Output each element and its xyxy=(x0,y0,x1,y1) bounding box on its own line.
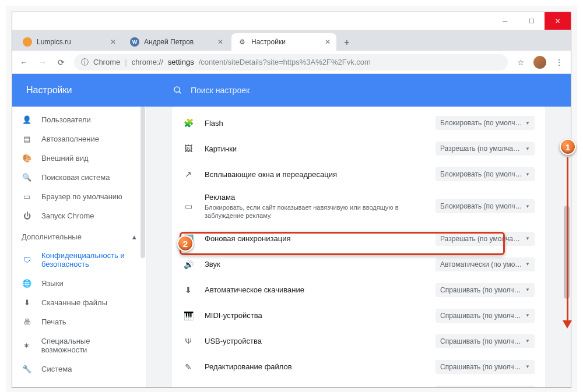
permission-select[interactable]: Блокировать (по умолчанию) ▼ xyxy=(436,116,535,130)
permission-value: Блокировать (по умолчанию) xyxy=(440,119,523,127)
sidebar-item-startup[interactable]: ⏻Запуск Chrome xyxy=(12,206,146,225)
chevron-down-icon: ▼ xyxy=(525,313,530,318)
sidebar-item-downloads[interactable]: ⬇Скачанные файлы xyxy=(12,293,146,312)
close-tab-icon[interactable]: ✕ xyxy=(110,38,116,46)
browser-window: ─ ☐ ✕ Lumpics.ru ✕ W Андрей Петров ✕ ⚙ Н… xyxy=(12,12,571,388)
permission-value: Спрашивать (по умолчанию) xyxy=(440,337,523,345)
sidebar-item-print[interactable]: 🖶Печать xyxy=(12,312,146,331)
permission-row-puzzle: 🧩 Flash Блокировать (по умолчанию) ▼ xyxy=(172,110,545,136)
reload-button[interactable]: ⟳ xyxy=(55,56,67,68)
chevron-down-icon: ▼ xyxy=(525,172,530,177)
close-tab-icon[interactable]: ✕ xyxy=(325,38,331,46)
sound-icon: 🔊 xyxy=(182,260,194,269)
permission-label: РекламаБлокировать, если сайт показывает… xyxy=(205,193,425,220)
palette-icon: 🎨 xyxy=(22,154,32,163)
permission-label: Звук xyxy=(205,260,425,269)
permission-row-image: 🖼 Картинки Разрешать (по умолчанию) ▼ xyxy=(172,136,545,161)
search-placeholder: Поиск настроек xyxy=(191,86,250,95)
permission-label: Картинки xyxy=(205,144,425,153)
kebab-menu-icon[interactable]: ⋮ xyxy=(553,56,565,68)
sidebar-item-languages[interactable]: 🌐Языки xyxy=(12,274,146,293)
chevron-down-icon: ▼ xyxy=(525,262,530,267)
permission-select[interactable]: Спрашивать (по умолчанию) ▼ xyxy=(436,283,535,297)
url-host: chrome:// xyxy=(132,58,163,66)
permission-row-sync: 🔄 Фоновая синхронизация Разрешать (по ум… xyxy=(172,226,545,252)
permission-select[interactable]: Автоматически (по умолчанию) ▼ xyxy=(436,257,535,271)
new-tab-button[interactable]: + xyxy=(339,34,355,51)
search-icon xyxy=(173,86,182,95)
permission-select[interactable]: Блокировать (по умолчанию) ▼ xyxy=(436,167,535,181)
settings-sidebar: 👤Пользователи ▤Автозаполнение 🎨Внешний в… xyxy=(12,107,146,387)
person-icon: 👤 xyxy=(22,115,32,124)
annotation-marker-1: 1 xyxy=(560,139,576,155)
permission-label: Автоматическое скачивание xyxy=(205,285,425,294)
minimize-button[interactable]: ─ xyxy=(492,12,518,30)
sidebar-item-default-browser[interactable]: ▭Браузер по умолчанию xyxy=(12,187,146,206)
sidebar-item-accessibility[interactable]: ✶Специальные возможности xyxy=(12,331,146,359)
image-icon: 🖼 xyxy=(182,144,194,153)
permission-value: Автоматически (по умолчанию) xyxy=(440,260,523,269)
permission-select[interactable]: Спрашивать (по умолчанию) ▼ xyxy=(436,386,535,387)
permission-label: Фоновая синхронизация xyxy=(205,234,425,243)
midi-icon: 🎹 xyxy=(182,311,194,320)
permission-label: USB-устройства xyxy=(205,337,425,345)
annotation-arrow-down xyxy=(563,157,572,329)
close-tab-icon[interactable]: ✕ xyxy=(217,38,223,46)
sidebar-advanced-header[interactable]: Дополнительные▴ xyxy=(12,225,146,246)
permission-select[interactable]: Спрашивать (по умолчанию) ▼ xyxy=(436,334,535,348)
permission-row-usb: Ψ USB-устройства Спрашивать (по умолчани… xyxy=(172,329,545,354)
settings-main: 🧩 Flash Блокировать (по умолчанию) ▼ 🖼 К… xyxy=(146,107,571,387)
sidebar-item-system[interactable]: 🔧Система xyxy=(12,359,146,379)
permission-value: Спрашивать (по умолчанию) xyxy=(440,312,523,320)
sidebar-item-appearance[interactable]: 🎨Внешний вид xyxy=(12,149,146,168)
back-button[interactable]: ← xyxy=(18,56,30,68)
edit-icon: ✎ xyxy=(182,362,194,372)
sidebar-scrollbar[interactable] xyxy=(140,107,146,387)
toolbar: ← → ⟳ ⓘ Chrome | chrome://settings/conte… xyxy=(12,51,571,74)
permission-select[interactable]: Спрашивать (по умолчанию) ▼ xyxy=(436,309,535,323)
permission-value: Спрашивать (по умолчанию) xyxy=(440,363,523,371)
shield-icon: 🛡 xyxy=(22,256,32,264)
sidebar-item-search-engine[interactable]: 🔍Поисковая система xyxy=(12,168,146,187)
download-icon: ⬇ xyxy=(22,298,32,307)
tab-label: Настройки xyxy=(251,38,320,46)
maximize-button[interactable]: ☐ xyxy=(518,12,545,30)
browser-icon: ▭ xyxy=(22,192,32,201)
chevron-down-icon: ▼ xyxy=(525,146,530,151)
bookmark-star-icon[interactable]: ☆ xyxy=(515,56,526,68)
globe-icon: 🌐 xyxy=(22,279,32,288)
tab-lumpics[interactable]: Lumpics.ru ✕ xyxy=(17,33,122,51)
sidebar-item-privacy[interactable]: 🛡Конфиденциальность и безопасность xyxy=(12,246,146,274)
permission-row-midi: 🎹 MIDI-устройства Спрашивать (по умолчан… xyxy=(172,303,545,329)
sidebar-item-users[interactable]: 👤Пользователи xyxy=(12,110,146,129)
url-path-bold: settings xyxy=(168,58,194,66)
permission-select[interactable]: Блокировать (по умолчанию) ▼ xyxy=(436,199,535,213)
permission-select[interactable]: Спрашивать (по умолчанию) ▼ xyxy=(436,360,535,374)
profile-avatar[interactable] xyxy=(533,56,546,69)
close-window-button[interactable]: ✕ xyxy=(545,12,571,30)
permission-value: Блокировать (по умолчанию) xyxy=(440,202,523,210)
permission-label: Всплывающие окна и переадресация xyxy=(205,170,425,179)
sidebar-item-autofill[interactable]: ▤Автозаполнение xyxy=(12,129,146,149)
permission-value: Спрашивать (по умолчанию) xyxy=(440,286,523,294)
tab-settings[interactable]: ⚙ Настройки ✕ xyxy=(231,33,336,51)
address-bar[interactable]: ⓘ Chrome | chrome://settings/content/sit… xyxy=(74,54,508,70)
vk-icon: W xyxy=(130,37,139,47)
accessibility-icon: ✶ xyxy=(22,341,32,350)
popup-icon: ↗ xyxy=(182,169,194,179)
chevron-down-icon: ▼ xyxy=(525,287,530,292)
sun-icon xyxy=(23,37,32,47)
permission-select[interactable]: Разрешать (по умолчанию) ▼ xyxy=(436,142,535,156)
clipboard-icon: ▤ xyxy=(22,135,32,143)
permission-row-download: ⬇ Автоматическое скачивание Спрашивать (… xyxy=(172,277,545,303)
permission-label: Редактирование файлов xyxy=(205,362,425,371)
chevron-up-icon: ▴ xyxy=(132,232,136,241)
permission-select[interactable]: Разрешать (по умолчанию) ▼ xyxy=(436,232,535,246)
permission-value: Блокировать (по умолчанию) xyxy=(440,170,523,178)
settings-search[interactable]: Поиск настроек xyxy=(161,86,571,95)
power-icon: ⏻ xyxy=(22,211,32,220)
permission-value: Разрешать (по умолчанию) xyxy=(440,144,523,153)
usb-icon: Ψ xyxy=(182,337,194,346)
forward-button[interactable]: → xyxy=(37,56,48,68)
tab-vk[interactable]: W Андрей Петров ✕ xyxy=(124,33,229,51)
